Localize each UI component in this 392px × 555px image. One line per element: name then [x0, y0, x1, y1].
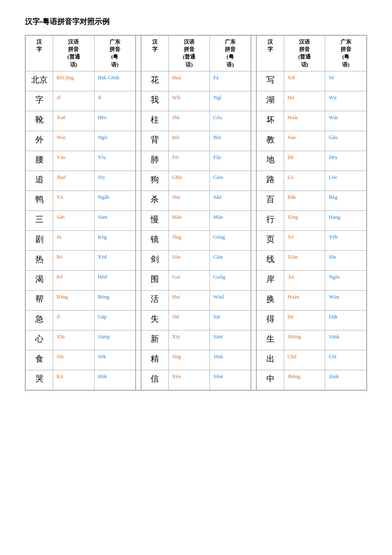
pinyin-cell-2-1: Wǒ [168, 91, 209, 111]
separator-row-1-10 [136, 270, 141, 290]
hanzi-cell-2-5: 狗 [141, 171, 168, 191]
hanzi-cell-2-14: 精 [141, 350, 168, 370]
separator-row-2-9 [251, 250, 256, 270]
cantonese-cell-3-15: Jönk [325, 370, 367, 390]
cantonese-cell-1-5: Jöy [94, 171, 135, 191]
cantonese-cell-1-6: Ngâb [94, 191, 135, 210]
hanzi-cell-2-7: 慢 [141, 210, 168, 230]
separator-row-1-5 [136, 171, 141, 191]
pinyin-cell-2-14: Jīng [168, 350, 209, 370]
table-header-row: 汉字 汉语拼音(普通话) 广东拼音(粤语) 汉字 汉语拼音(普通话) 广东拼音(… [26, 36, 367, 71]
separator-row-1-8 [136, 230, 141, 250]
separator-row-2-6 [251, 191, 256, 210]
cantonese-cell-2-1: Ngî [210, 91, 251, 111]
pinyin-cell-3-1: Hú [284, 91, 325, 111]
separator-row-1-1 [136, 91, 141, 111]
cantonese-cell-1-7: Säm [94, 210, 135, 230]
hanzi-cell-3-8: 页 [256, 230, 284, 250]
pinyin-cell-3-13: Shēng [284, 330, 325, 350]
pinyin-cell-1-10: Kě [53, 270, 94, 290]
cantonese-cell-3-5: Liw [325, 171, 367, 191]
table-row: 追 Jhuī Jöy 狗 Gǒu Gàw 路 Lù Liw [26, 171, 367, 191]
cantonese-cell-3-12: Däk [325, 310, 367, 330]
separator-row-1-2 [136, 111, 141, 131]
cantonese-cell-2-3: Bûi [210, 131, 251, 151]
hanzi-cell-2-11: 活 [141, 290, 168, 310]
separator-row-1-4 [136, 151, 141, 171]
pinyin-cell-1-2: Xuē [53, 111, 94, 131]
cantonese-cell-3-10: Ngín [325, 270, 367, 290]
separator-1 [136, 36, 141, 71]
pinyin-cell-3-15: Jhōng [284, 370, 325, 390]
pinyin-cell-1-7: Sān [53, 210, 94, 230]
hanzi-cell-2-1: 我 [141, 91, 168, 111]
hanzi-cell-1-9: 热 [26, 250, 53, 270]
pinyin-cell-2-3: Bèi [168, 131, 209, 151]
pinyin-cell-3-7: Xíng [284, 210, 325, 230]
header-hanzi-3: 汉字 [256, 36, 284, 71]
cantonese-cell-3-9: Sîn [325, 250, 367, 270]
separator-row-1-0 [136, 71, 141, 91]
pinyin-cell-1-1: Jě [53, 91, 94, 111]
pinyin-cell-3-3: Jiào [284, 131, 325, 151]
separator-row-1-11 [136, 290, 141, 310]
pinyin-cell-2-9: Jiàn [168, 250, 209, 270]
cantonese-cell-2-13: Sänt [210, 330, 251, 350]
hanzi-cell-3-10: 岸 [256, 270, 284, 290]
separator-row-2-12 [251, 310, 256, 330]
hanzi-cell-3-6: 百 [256, 191, 284, 210]
pinyin-cell-1-15: Kū [53, 370, 94, 390]
table-row: 心 Xīn Sämp 新 Xīn Sänt 生 Shēng Sänk [26, 330, 367, 350]
hanzi-cell-2-2: 柱 [141, 111, 168, 131]
cantonese-cell-1-3: Ngíi [94, 131, 135, 151]
separator-row-1-3 [136, 131, 141, 151]
pinyin-cell-3-5: Lù [284, 171, 325, 191]
separator-row-2-15 [251, 370, 256, 390]
hanzi-cell-1-2: 靴 [26, 111, 53, 131]
cantonese-cell-3-4: Dèy [325, 151, 367, 171]
cantonese-cell-1-15: Hök [94, 370, 135, 390]
header-cantonese-2: 广东拼音(粤语) [210, 36, 251, 71]
separator-row-2-7 [251, 210, 256, 230]
hanzi-cell-3-7: 行 [256, 210, 284, 230]
hanzi-cell-2-9: 剑 [141, 250, 168, 270]
hanzi-cell-1-10: 渴 [26, 270, 53, 290]
pinyin-cell-3-4: Dě [284, 151, 325, 171]
hanzi-cell-3-4: 地 [256, 151, 284, 171]
separator-row-2-1 [251, 91, 256, 111]
cantonese-cell-2-9: Gîm [210, 250, 251, 270]
cantonese-cell-3-6: Bàg [325, 191, 367, 210]
hanzi-cell-3-2: 坏 [256, 111, 284, 131]
cantonese-cell-3-2: Wài [325, 111, 367, 131]
cantonese-cell-1-8: Kèg [94, 230, 135, 250]
cantonese-cell-2-12: Sät [210, 310, 251, 330]
cantonese-cell-1-2: Hëo [94, 111, 135, 131]
cantonese-cell-2-8: Gëng [210, 230, 251, 250]
hanzi-cell-2-3: 背 [141, 131, 168, 151]
hanzi-cell-1-7: 三 [26, 210, 53, 230]
hanzi-cell-2-10: 围 [141, 270, 168, 290]
hanzi-cell-2-13: 新 [141, 330, 168, 350]
pinyin-cell-2-2: Jhù [168, 111, 209, 131]
hanzi-cell-2-8: 镜 [141, 230, 168, 250]
separator-row-2-5 [251, 171, 256, 191]
hanzi-cell-1-14: 食 [26, 350, 53, 370]
hanzi-cell-1-8: 剧 [26, 230, 53, 250]
pinyin-cell-3-11: Huàn [284, 290, 325, 310]
table-row: 食 Shì Sèk 精 Jīng Jënk 出 Chū Cöt [26, 350, 367, 370]
pinyin-cell-2-0: Huā [168, 71, 209, 91]
pinyin-cell-1-6: Yā [53, 191, 94, 210]
separator-row-2-0 [251, 71, 256, 91]
page-title: 汉字-粤语拼音字对照示例 [25, 17, 367, 27]
cantonese-cell-3-0: Sē [325, 71, 367, 91]
cantonese-cell-3-3: Gâu [325, 131, 367, 151]
cantonese-cell-1-9: Yëd [94, 250, 135, 270]
cantonese-cell-1-4: Yïu [94, 151, 135, 171]
hanzi-cell-1-12: 急 [26, 310, 53, 330]
pinyin-cell-2-7: Màn [168, 210, 209, 230]
hanzi-cell-3-0: 写 [256, 71, 284, 91]
cantonese-cell-1-14: Sèk [94, 350, 135, 370]
hanzi-cell-3-9: 线 [256, 250, 284, 270]
hanzi-cell-1-13: 心 [26, 330, 53, 350]
hanzi-cell-2-6: 杀 [141, 191, 168, 210]
